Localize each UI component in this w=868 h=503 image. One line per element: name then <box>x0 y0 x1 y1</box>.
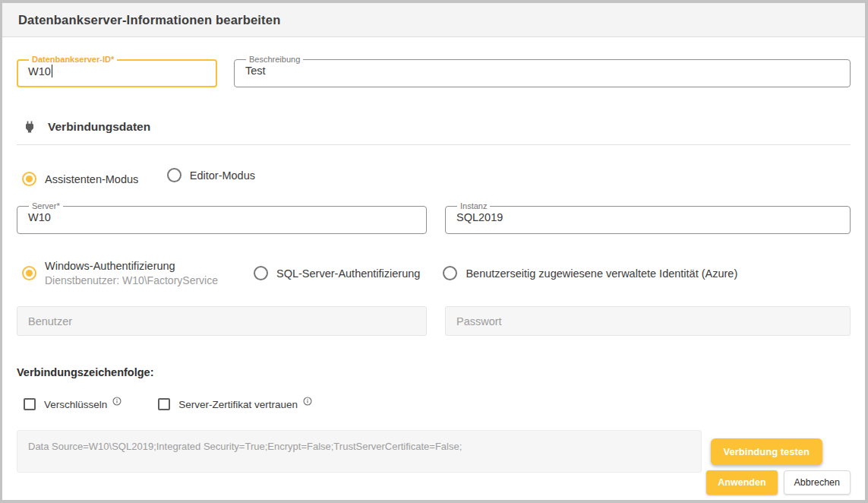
password-input: Passwort <box>445 306 851 336</box>
radio-dot <box>167 168 181 182</box>
description-value: Test <box>245 65 266 77</box>
trust-certificate-option: Server-Zertifikat vertrauen <box>158 398 312 410</box>
connection-section-header: Verbindungsdaten <box>17 119 851 134</box>
trust-certificate-checkbox[interactable]: Server-Zertifikat vertrauen <box>158 398 298 410</box>
encrypt-option: Verschlüsseln <box>24 398 122 410</box>
server-id-label: Datenbankserver-ID* <box>29 55 117 64</box>
connection-string-options: Verschlüsseln Server-Zertifikat vertraue… <box>17 398 851 410</box>
server-field[interactable]: Server* W10 <box>17 202 427 234</box>
connection-string-heading: Verbindungszeichenfolge: <box>17 366 851 378</box>
dialog-title: Datenbankserver-Informationen bearbeiten <box>18 13 280 27</box>
encrypt-checkbox[interactable]: Verschlüsseln <box>24 398 107 410</box>
instance-field[interactable]: Instanz SQL2019 <box>445 202 851 234</box>
radio-dot <box>22 266 36 280</box>
service-user-subtext: Dienstbenutzer: W10\FactoryService <box>45 274 218 286</box>
windows-auth-text: Windows-Authentifizierung Dienstbenutzer… <box>45 260 218 286</box>
radio-azure-identity[interactable]: Benutzerseitig zugewiesene verwaltete Id… <box>443 266 737 280</box>
connection-string-row: Data Source=W10\SQL2019;Integrated Secur… <box>17 430 851 473</box>
trust-certificate-checkbox-label: Server-Zertifikat vertrauen <box>178 399 298 410</box>
trust-certificate-info-icon[interactable] <box>303 397 312 406</box>
description-field[interactable]: Beschreibung Test <box>234 55 851 87</box>
text-cursor <box>52 65 52 78</box>
description-label: Beschreibung <box>246 55 303 64</box>
radio-editor-mode[interactable]: Editor-Modus <box>167 168 255 182</box>
server-id-value: W10 <box>28 65 51 78</box>
server-id-field[interactable]: Datenbankserver-ID* W10 <box>17 55 217 87</box>
server-label: Server* <box>29 202 63 210</box>
apply-button[interactable]: Anwenden <box>706 470 777 495</box>
radio-dot <box>22 172 36 186</box>
radio-assistant-mode[interactable]: Assistenten-Modus <box>22 172 138 186</box>
dialog-titlebar: Datenbankserver-Informationen bearbeiten <box>2 3 865 37</box>
cancel-button[interactable]: Abbrechen <box>784 470 851 495</box>
dialog-footer: Anwenden Abbrechen <box>706 470 851 495</box>
auth-radio-group: Windows-Authentifizierung Dienstbenutzer… <box>17 260 851 286</box>
radio-sql-auth[interactable]: SQL-Server-Authentifizierung <box>254 266 420 280</box>
radio-windows-auth-label: Windows-Authentifizierung <box>45 260 218 272</box>
encrypt-info-icon[interactable] <box>112 397 122 406</box>
radio-windows-auth[interactable]: Windows-Authentifizierung Dienstbenutzer… <box>22 260 246 286</box>
test-connection-button[interactable]: Verbindung testen <box>711 438 822 465</box>
plug-icon <box>22 119 37 134</box>
radio-dot <box>254 266 268 280</box>
radio-assistant-mode-label: Assistenten-Modus <box>45 173 138 185</box>
dialog-content: Datenbankserver-ID* W10 Beschreibung Tes… <box>2 37 865 473</box>
encrypt-checkbox-label: Verschlüsseln <box>44 399 107 410</box>
section-divider <box>17 144 851 145</box>
user-input: Benutzer <box>17 306 427 336</box>
mode-radio-group: Assistenten-Modus Editor-Modus <box>17 168 851 186</box>
checkbox-box <box>24 398 36 410</box>
credentials-row: Benutzer Passwort <box>17 306 851 336</box>
radio-dot <box>443 266 457 280</box>
instance-value: SQL2019 <box>456 211 503 223</box>
identity-row: Datenbankserver-ID* W10 Beschreibung Tes… <box>17 55 851 87</box>
server-value: W10 <box>28 211 51 223</box>
connection-section-title: Verbindungsdaten <box>48 120 150 134</box>
connection-string-value: Data Source=W10\SQL2019;Integrated Secur… <box>17 430 702 473</box>
radio-editor-mode-label: Editor-Modus <box>190 169 255 182</box>
checkbox-box <box>158 398 170 410</box>
server-row: Server* W10 Instanz SQL2019 <box>17 202 851 234</box>
edit-database-server-dialog: Datenbankserver-Informationen bearbeiten… <box>0 0 868 503</box>
radio-azure-identity-label: Benutzerseitig zugewiesene verwaltete Id… <box>466 267 737 280</box>
radio-sql-auth-label: SQL-Server-Authentifizierung <box>276 267 420 280</box>
instance-label: Instanz <box>457 202 490 210</box>
